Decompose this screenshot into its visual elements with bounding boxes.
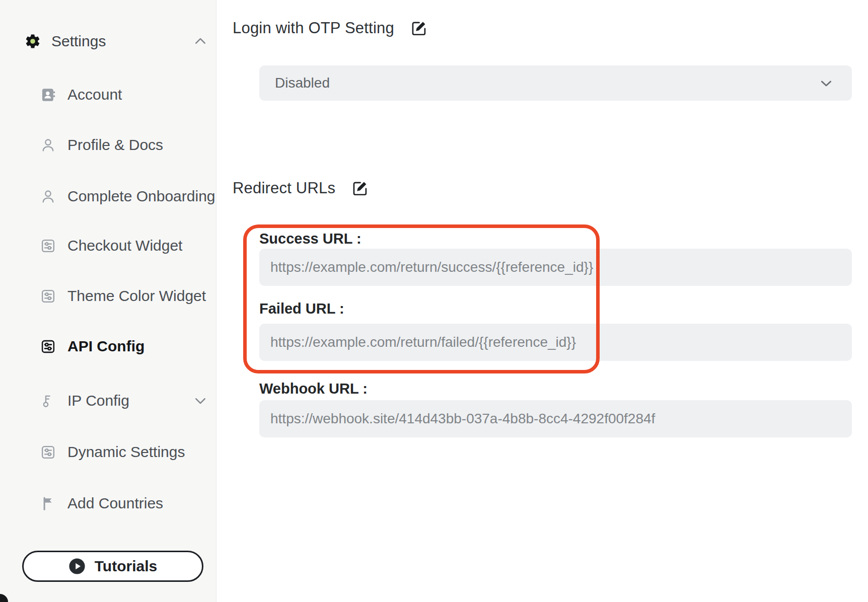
play-icon — [68, 558, 86, 575]
sidebar-item-add-countries[interactable]: Add Countries — [0, 486, 216, 521]
chevron-down-icon — [819, 76, 834, 91]
tutorials-button[interactable]: Tutorials — [22, 551, 203, 582]
person-icon — [40, 189, 56, 204]
success-url-label: Success URL : — [259, 231, 361, 247]
otp-section-heading: Login with OTP Setting — [233, 19, 427, 37]
app-window: Settings Account — [0, 0, 868, 602]
webhook-url-label: Webhook URL : — [259, 381, 368, 397]
key-icon — [40, 393, 56, 409]
address-book-icon — [40, 87, 56, 103]
main-content: Login with OTP Setting Disabled Redirect… — [216, 0, 868, 602]
flag-icon — [40, 496, 56, 511]
sidebar-item-profile-docs[interactable]: Profile & Docs — [0, 127, 216, 163]
section-title: Redirect URLs — [233, 179, 335, 197]
sliders-icon — [40, 288, 56, 304]
person-icon — [40, 137, 56, 153]
sidebar-item-label: IP Config — [67, 392, 129, 409]
chevron-up-icon — [193, 34, 208, 49]
sliders-icon — [40, 444, 56, 460]
sidebar-item-label: Checkout Widget — [67, 237, 182, 254]
otp-setting-select-value: Disabled — [275, 75, 819, 91]
tutorials-button-label: Tutorials — [95, 558, 157, 575]
sidebar-item-label: Dynamic Settings — [67, 443, 185, 461]
sidebar-item-settings[interactable]: Settings — [0, 24, 216, 59]
webhook-url-input[interactable] — [259, 400, 852, 437]
sidebar-item-label: Settings — [51, 33, 106, 50]
sidebar-item-api-config[interactable]: API Config — [0, 329, 216, 364]
edit-icon[interactable] — [351, 180, 369, 197]
sidebar-item-label: Complete Onboarding — [67, 188, 215, 205]
sidebar-item-account[interactable]: Account — [0, 77, 216, 112]
sidebar-item-label: API Config — [67, 338, 144, 355]
success-url-input[interactable] — [259, 249, 852, 286]
sidebar-item-label: Add Countries — [67, 495, 163, 512]
failed-url-label: Failed URL : — [259, 300, 344, 317]
sidebar-item-complete-onboarding[interactable]: Complete Onboarding — [0, 179, 216, 214]
sliders-icon — [40, 238, 56, 254]
sliders-icon — [40, 339, 56, 354]
failed-url-input[interactable] — [259, 324, 852, 361]
sidebar-item-ip-config[interactable]: IP Config — [0, 383, 216, 418]
sidebar-item-checkout-widget[interactable]: Checkout Widget — [0, 228, 216, 263]
sidebar-item-label: Profile & Docs — [67, 136, 163, 154]
sidebar: Settings Account — [0, 0, 216, 602]
section-title: Login with OTP Setting — [233, 19, 394, 37]
sidebar-item-label: Account — [67, 86, 122, 103]
screen-corner — [0, 594, 8, 602]
otp-setting-select[interactable]: Disabled — [259, 65, 852, 101]
redirect-section-heading: Redirect URLs — [233, 179, 369, 197]
sidebar-item-dynamic-settings[interactable]: Dynamic Settings — [0, 434, 216, 470]
chevron-down-icon — [193, 393, 208, 408]
edit-icon[interactable] — [410, 20, 427, 37]
gear-icon — [24, 33, 41, 50]
sidebar-item-label: Theme Color Widget — [67, 287, 206, 305]
sidebar-item-theme-color-widget[interactable]: Theme Color Widget — [0, 278, 216, 314]
